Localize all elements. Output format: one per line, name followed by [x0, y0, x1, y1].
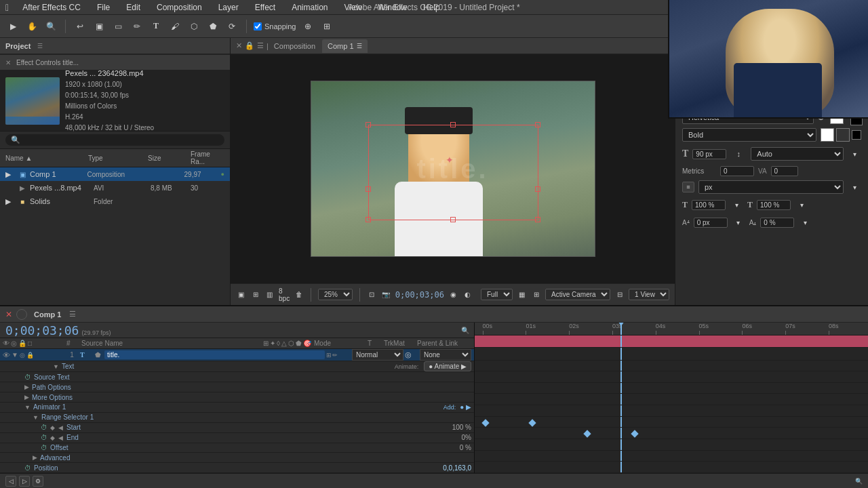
handle-tl[interactable]: [366, 122, 371, 127]
end-arrow-l[interactable]: ◀: [58, 434, 64, 441]
viewer-mode-btn[interactable]: ⊞: [531, 288, 541, 302]
hand-tool-btn[interactable]: ✋: [24, 19, 39, 34]
redo-btn[interactable]: ▣: [92, 19, 106, 34]
baseline-field[interactable]: [694, 218, 728, 228]
animate-add-btn[interactable]: ● Animate ▶: [424, 361, 471, 371]
pathoptions-arrow[interactable]: ▶: [24, 384, 29, 390]
text-color-white[interactable]: [821, 128, 834, 142]
kf-end-1[interactable]: [584, 430, 591, 438]
snapshot-btn[interactable]: ⊞: [250, 288, 260, 302]
comp-tab-comp1[interactable]: Comp 1 ☰: [322, 39, 368, 53]
layer-row-1[interactable]: 👁 ▼ ◎ 🔒 1 T ⬟ ⊞ ✏ Normal ◎ None: [0, 349, 474, 361]
zoom-tool-btn[interactable]: 🔍: [43, 19, 58, 34]
menu-aftereffects[interactable]: After Effects CC: [20, 1, 83, 14]
handle-ml[interactable]: [366, 186, 371, 192]
track-row-1[interactable]: [475, 336, 868, 348]
kf-start-1[interactable]: [481, 419, 489, 426]
handle-br[interactable]: [535, 217, 540, 222]
menu-effect[interactable]: Effect: [252, 1, 278, 14]
layer-1-lock-btn[interactable]: 🔒: [26, 352, 34, 359]
layer-1-expand[interactable]: ▼: [12, 351, 18, 359]
unit-arrow-btn[interactable]: ▾: [848, 180, 861, 194]
tsume-arrow[interactable]: ▾: [798, 216, 812, 229]
file-item-footage[interactable]: ▶ Pexels ...8.mp4 AVI 8,8 MB 30: [0, 181, 230, 195]
grid-btn[interactable]: ⊞: [319, 19, 334, 34]
snapping-toggle[interactable]: Snapping: [254, 22, 296, 30]
fit-btn[interactable]: ⊡: [367, 288, 377, 302]
tl-search-btn[interactable]: 🔍: [459, 324, 471, 336]
vert-scale-field[interactable]: [692, 200, 726, 210]
handle-tr[interactable]: [535, 122, 540, 127]
quality-select[interactable]: Full: [481, 289, 513, 300]
animator1-arrow[interactable]: ▼: [24, 404, 31, 411]
handle-bm[interactable]: [450, 217, 456, 222]
timeline-panel-menu-icon[interactable]: ☰: [69, 310, 76, 319]
start-stopwatch[interactable]: ⏱: [41, 424, 47, 431]
text-color-dark[interactable]: [836, 128, 850, 142]
leading-select[interactable]: Auto: [751, 147, 844, 161]
start-arrow-l[interactable]: ◀: [58, 424, 64, 431]
baseline-arrow[interactable]: ▾: [732, 216, 745, 229]
tl-timecode[interactable]: 0;00;03;06: [5, 323, 79, 338]
horiz-scale-field[interactable]: [757, 200, 791, 210]
close-comp-icon[interactable]: ✕: [236, 41, 242, 50]
anchor-point[interactable]: ✦: [446, 155, 452, 161]
puppet-btn[interactable]: ⬟: [205, 19, 220, 34]
bit-depth-btn[interactable]: 8 bpc: [279, 288, 290, 302]
menu-edit[interactable]: Edit: [123, 1, 143, 14]
menu-file[interactable]: File: [94, 1, 113, 14]
advanced-arrow[interactable]: ▶: [33, 454, 37, 461]
handle-bl[interactable]: [366, 217, 371, 222]
handle-tm[interactable]: [450, 122, 456, 127]
horiz-scale-arrow[interactable]: ▾: [795, 198, 808, 211]
layer-1-solo-btn[interactable]: ◎: [20, 352, 25, 359]
new-comp-btn[interactable]: ◁: [5, 476, 16, 487]
project-search-input[interactable]: [23, 136, 219, 144]
handle-mr[interactable]: [535, 186, 540, 192]
file-item-solids[interactable]: ▶ ■ Solids Folder: [0, 195, 230, 208]
show-channel-btn[interactable]: ▥: [264, 288, 275, 302]
leading-arrow-btn[interactable]: ▾: [848, 147, 861, 161]
timeline-close-btn[interactable]: ✕: [5, 310, 12, 319]
camera-icon[interactable]: 📷: [381, 288, 391, 302]
snap-btn[interactable]: ⊕: [300, 19, 315, 34]
font-size-field[interactable]: [692, 149, 726, 159]
stamp-tool-btn[interactable]: ⬡: [186, 19, 201, 34]
sourcetext-stopwatch[interactable]: ⏱: [24, 373, 31, 381]
moreoptions-arrow[interactable]: ▶: [24, 394, 29, 401]
close-effect-icon[interactable]: ✕: [5, 59, 11, 66]
zoom-select[interactable]: 25%: [318, 289, 353, 300]
start-diamond[interactable]: ◆: [50, 424, 56, 431]
brush-tool-btn[interactable]: 🖌: [167, 19, 182, 34]
text-expand-arrow[interactable]: ▼: [53, 363, 59, 370]
snapping-checkbox[interactable]: [254, 22, 262, 30]
quality-fast-btn[interactable]: ▦: [517, 288, 527, 302]
add-property-btn[interactable]: ● ▶: [460, 403, 471, 411]
trash-btn[interactable]: 🗑: [294, 288, 304, 302]
new-solid-btn[interactable]: ▷: [19, 476, 30, 487]
layer-1-name-input[interactable]: [104, 350, 325, 359]
offset-stopwatch[interactable]: ⏱: [41, 444, 47, 451]
layer-1-pencil-icon[interactable]: ✏: [332, 352, 338, 359]
range1-arrow[interactable]: ▼: [33, 414, 39, 421]
roto-btn[interactable]: ⟳: [224, 19, 239, 34]
timeline-record-btn[interactable]: [16, 309, 27, 320]
end-diamond[interactable]: ◆: [50, 434, 56, 441]
bg-color-btn[interactable]: ◐: [462, 288, 473, 302]
tsume-field[interactable]: [760, 218, 794, 228]
camera-select[interactable]: Active Camera: [545, 289, 610, 300]
unit-select[interactable]: px: [698, 180, 844, 194]
snapshot-restore-btn[interactable]: ◉: [448, 288, 458, 302]
file-item-comp1[interactable]: ▶ ▣ Comp 1 Composition 29,97 ●: [0, 167, 230, 181]
tracking-field[interactable]: [720, 166, 754, 176]
kerning-field[interactable]: [771, 166, 798, 176]
layer-1-mode-select[interactable]: Normal: [352, 349, 403, 361]
view-layout-btn[interactable]: ⊟: [614, 288, 625, 302]
project-search-wrap[interactable]: 🔍: [5, 134, 224, 146]
comp-canvas[interactable]: title. ✦: [311, 81, 595, 257]
text-color-black[interactable]: [852, 130, 861, 140]
mask-rect-btn[interactable]: ▭: [111, 19, 125, 34]
position-stopwatch[interactable]: ⏱: [24, 464, 31, 472]
menu-layer[interactable]: Layer: [216, 1, 241, 14]
undo-btn[interactable]: ↩: [73, 19, 87, 34]
